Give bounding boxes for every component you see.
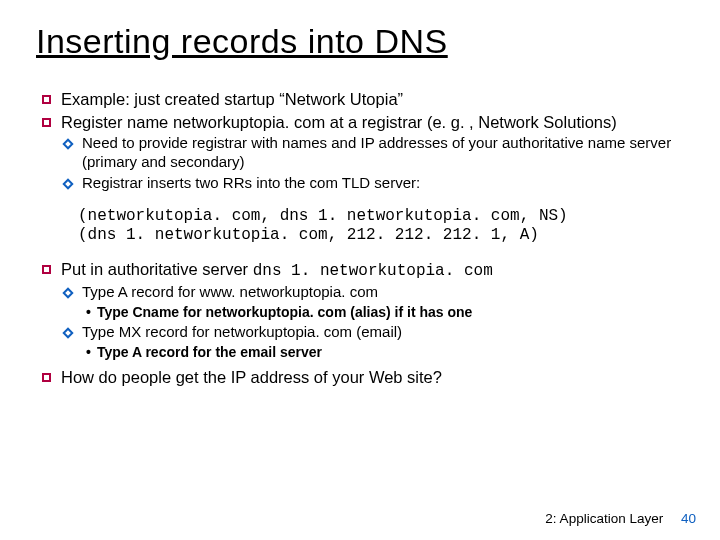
square-bullet-icon — [42, 95, 51, 104]
diamond-bullet-icon — [62, 139, 73, 150]
square-bullet-icon — [42, 373, 51, 382]
code-block: (networkutopia. com, dns 1. networkutopi… — [78, 207, 692, 245]
bullet-3a1-text: Type Cname for networkuptopia. com (alia… — [97, 304, 472, 322]
dot-bullet-icon: • — [86, 344, 91, 362]
bullet-3a-text: Type A record for www. networkuptopia. c… — [82, 283, 378, 302]
bullet-3-mono: dns 1. networkutopia. com — [253, 262, 493, 280]
bullet-2a-text: Need to provide registrar with names and… — [82, 134, 692, 172]
code-line-2: (dns 1. networkutopia. com, 212. 212. 21… — [78, 226, 692, 245]
square-bullet-icon — [42, 265, 51, 274]
slide-title: Inserting records into DNS — [36, 22, 692, 61]
code-line-1: (networkutopia. com, dns 1. networkutopi… — [78, 207, 692, 226]
bullet-3b1-text: Type A record for the email server — [97, 344, 322, 362]
diamond-bullet-icon — [62, 287, 73, 298]
slide-body: Example: just created startup “Network U… — [28, 89, 692, 388]
diamond-bullet-icon — [62, 327, 73, 338]
square-bullet-icon — [42, 118, 51, 127]
footer-label: 2: Application Layer — [545, 511, 663, 526]
bullet-2-text: Register name networkuptopia. com at a r… — [61, 112, 617, 133]
bullet-4-text: How do people get the IP address of your… — [61, 367, 442, 388]
bullet-3b-text: Type MX record for networkuptopia. com (… — [82, 323, 402, 342]
footer-page-number: 40 — [681, 511, 696, 526]
slide-footer: 2: Application Layer 40 — [545, 511, 696, 526]
bullet-2b-text: Registrar inserts two RRs into the com T… — [82, 174, 420, 193]
bullet-3-text: Put in authoritative server dns 1. netwo… — [61, 259, 493, 281]
bullet-3-pre: Put in authoritative server — [61, 260, 253, 278]
dot-bullet-icon: • — [86, 304, 91, 322]
diamond-bullet-icon — [62, 178, 73, 189]
bullet-1-text: Example: just created startup “Network U… — [61, 89, 403, 110]
